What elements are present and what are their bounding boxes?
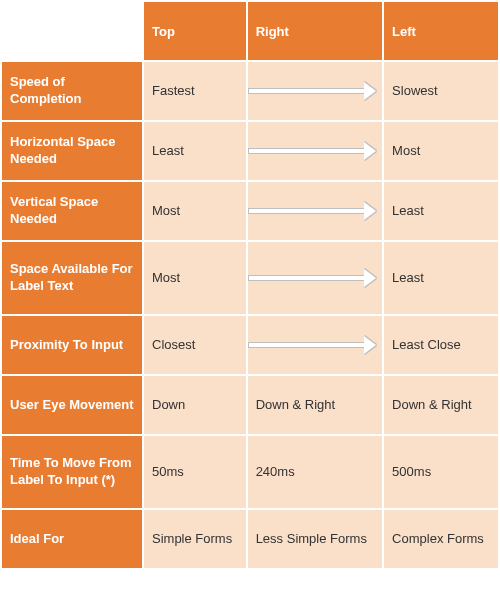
header-left: Left [384, 2, 498, 60]
header-right: Right [248, 2, 382, 60]
table-header-row: Top Right Left [2, 2, 498, 60]
table-row: Horizontal Space Needed Least Most [2, 122, 498, 180]
cell-right [248, 122, 382, 180]
cell-left: Least [384, 182, 498, 240]
table-row: User Eye Movement Down Down & Right Down… [2, 376, 498, 434]
comparison-table: Top Right Left Speed of Completion Faste… [0, 0, 500, 570]
cell-left: Least Close [384, 316, 498, 374]
row-label: Proximity To Input [2, 316, 142, 374]
row-label: Vertical Space Needed [2, 182, 142, 240]
row-label: Horizontal Space Needed [2, 122, 142, 180]
row-label: User Eye Movement [2, 376, 142, 434]
cell-left: Least [384, 242, 498, 314]
header-top: Top [144, 2, 246, 60]
row-label: Ideal For [2, 510, 142, 568]
cell-left: Slowest [384, 62, 498, 120]
cell-right: 240ms [248, 436, 382, 508]
cell-left: Complex Forms [384, 510, 498, 568]
cell-top: Fastest [144, 62, 246, 120]
table-row: Space Available For Label Text Most Leas… [2, 242, 498, 314]
table-row: Speed of Completion Fastest Slowest [2, 62, 498, 120]
header-blank [2, 2, 142, 60]
arrow-right-icon [248, 271, 376, 285]
cell-top: 50ms [144, 436, 246, 508]
cell-right: Down & Right [248, 376, 382, 434]
cell-top: Simple Forms [144, 510, 246, 568]
cell-right [248, 316, 382, 374]
cell-right [248, 182, 382, 240]
table-row: Time To Move From Label To Input (*) 50m… [2, 436, 498, 508]
arrow-right-icon [248, 84, 376, 98]
cell-left: Down & Right [384, 376, 498, 434]
cell-right: Less Simple Forms [248, 510, 382, 568]
table-row: Vertical Space Needed Most Least [2, 182, 498, 240]
cell-right [248, 242, 382, 314]
cell-top: Most [144, 242, 246, 314]
cell-left: Most [384, 122, 498, 180]
arrow-right-icon [248, 338, 376, 352]
cell-left: 500ms [384, 436, 498, 508]
arrow-right-icon [248, 204, 376, 218]
cell-top: Closest [144, 316, 246, 374]
cell-top: Most [144, 182, 246, 240]
arrow-right-icon [248, 144, 376, 158]
row-label: Space Available For Label Text [2, 242, 142, 314]
row-label: Speed of Completion [2, 62, 142, 120]
table-row: Ideal For Simple Forms Less Simple Forms… [2, 510, 498, 568]
row-label: Time To Move From Label To Input (*) [2, 436, 142, 508]
table-row: Proximity To Input Closest Least Close [2, 316, 498, 374]
cell-top: Down [144, 376, 246, 434]
cell-right [248, 62, 382, 120]
cell-top: Least [144, 122, 246, 180]
